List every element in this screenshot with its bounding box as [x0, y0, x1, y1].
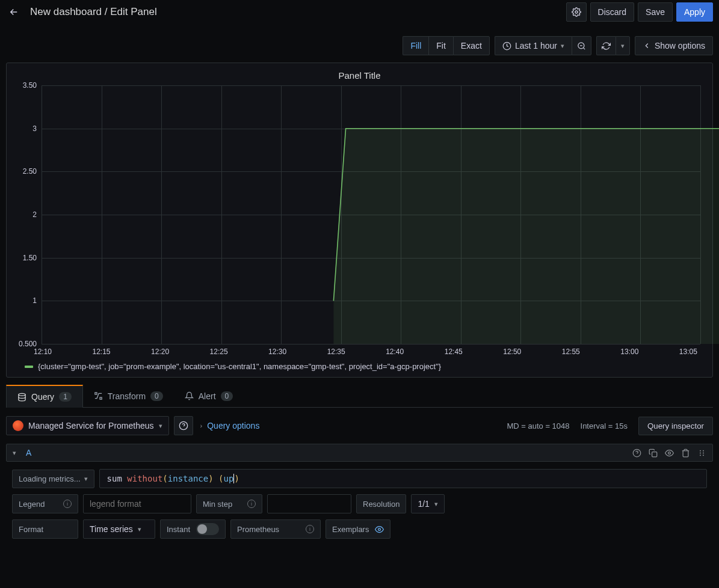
zoom-out-button[interactable]: [572, 36, 591, 55]
chevron-right-icon: ›: [200, 422, 203, 429]
format-select[interactable]: Time series ▾: [83, 519, 155, 539]
exact-mode-button[interactable]: Exact: [453, 36, 490, 55]
bottom-tabs: Query 1 Transform 0 Alert 0: [6, 385, 713, 408]
tab-transform-label: Transform: [108, 391, 146, 401]
apply-button[interactable]: Apply: [676, 2, 713, 22]
svg-rect-12: [652, 452, 657, 456]
tab-alert-label: Alert: [199, 391, 216, 401]
resolution-select[interactable]: 1/1 ▾: [411, 494, 444, 513]
bell-icon: [185, 391, 194, 400]
eye-icon[interactable]: [665, 449, 674, 458]
fit-mode-button[interactable]: Fit: [428, 36, 453, 55]
fill-mode-button[interactable]: Fill: [403, 36, 428, 55]
show-options-label: Show options: [655, 41, 705, 51]
x-tick-label: 12:10: [31, 348, 55, 356]
y-tick-label: 2.50: [7, 167, 37, 176]
refresh-button[interactable]: [596, 36, 616, 55]
svg-point-18: [703, 452, 704, 453]
datasource-help-button[interactable]: [174, 416, 193, 435]
settings-button[interactable]: [566, 2, 587, 22]
tab-query-count: 1: [59, 392, 72, 402]
promql-input[interactable]: sum without(instance) (up): [99, 469, 707, 488]
format-value: Time series: [90, 524, 133, 534]
svg-point-20: [378, 528, 381, 530]
query-inspector-button[interactable]: Query inspector: [638, 417, 713, 435]
chevron-down-icon: ▾: [159, 422, 162, 430]
y-tick-label: 0.500: [7, 340, 37, 348]
drag-icon[interactable]: [697, 449, 706, 458]
tab-query-label: Query: [31, 392, 54, 402]
interval-info: Interval = 15s: [581, 421, 628, 430]
instant-toggle[interactable]: [196, 523, 219, 535]
datasource-picker[interactable]: Managed Service for Prometheus ▾: [6, 416, 169, 435]
clock-icon: [502, 41, 511, 51]
legend-swatch: [25, 366, 33, 368]
info-icon[interactable]: i: [306, 525, 314, 533]
tab-alert-count: 0: [221, 391, 233, 401]
tab-query[interactable]: Query 1: [6, 385, 83, 408]
format-label: Format: [12, 519, 78, 539]
x-tick-label: 12:20: [148, 348, 172, 356]
svg-point-0: [575, 11, 578, 13]
x-tick-label: 12:50: [500, 348, 524, 356]
datasource-name: Managed Service for Prometheus: [28, 421, 154, 430]
help-icon[interactable]: [632, 449, 641, 458]
time-range-label: Last 1 hour: [515, 41, 557, 51]
chevron-down-icon: ▾: [434, 500, 438, 508]
x-tick-label: 12:55: [559, 348, 583, 356]
svg-line-3: [583, 47, 585, 49]
metrics-dropdown[interactable]: Loading metrics... ▾: [12, 470, 94, 488]
prometheus-label: Prometheus i: [230, 519, 321, 539]
min-step-label: Min step i: [196, 494, 262, 513]
x-tick-label: 12:35: [324, 348, 348, 356]
query-options-label: Query options: [207, 421, 259, 430]
query-options-toggle[interactable]: › Query options: [200, 421, 260, 430]
metrics-dropdown-label: Loading metrics...: [19, 474, 81, 483]
view-mode-group: Fill Fit Exact: [403, 36, 489, 55]
min-step-input[interactable]: [267, 494, 351, 513]
database-icon: [17, 393, 26, 402]
instant-label: Instant: [167, 525, 190, 534]
show-options-button[interactable]: Show options: [635, 36, 713, 55]
panel: Panel Title 3.5032.5021.5010.500 12:1012…: [6, 63, 713, 378]
x-tick-label: 12:40: [383, 348, 407, 356]
legend[interactable]: {cluster="gmp-test", job="prom-example",…: [7, 356, 712, 371]
max-data-points-info: MD = auto = 1048: [507, 421, 569, 430]
trash-icon[interactable]: [681, 449, 690, 458]
svg-point-16: [700, 455, 701, 456]
y-tick-label: 3.50: [7, 81, 37, 90]
time-range-picker[interactable]: Last 1 hour ▾: [495, 36, 572, 55]
chevron-down-icon: ▾: [138, 525, 141, 533]
zoom-out-icon: [577, 41, 586, 51]
instant-field: Instant: [160, 519, 226, 539]
svg-point-15: [700, 452, 701, 453]
tab-alert[interactable]: Alert 0: [174, 385, 244, 407]
legend-label: Legend i: [12, 494, 78, 513]
chart[interactable]: 3.5032.5021.5010.500: [7, 85, 712, 344]
svg-point-13: [668, 452, 671, 454]
refresh-interval-button[interactable]: ▾: [616, 36, 630, 55]
save-button[interactable]: Save: [638, 2, 673, 22]
chevron-down-icon: ▾: [621, 42, 625, 50]
resolution-label: Resolution: [356, 494, 406, 513]
chevron-down-icon: ▾: [561, 42, 564, 50]
x-tick-label: 12:45: [442, 348, 466, 356]
eye-icon: [375, 525, 384, 534]
panel-title: Panel Title: [7, 68, 712, 85]
y-tick-label: 1: [7, 296, 37, 305]
exemplars-toggle[interactable]: [375, 525, 384, 534]
x-tick-label: 13:00: [617, 348, 641, 356]
info-icon[interactable]: i: [63, 500, 72, 508]
legend-input[interactable]: [83, 494, 191, 513]
x-tick-label: 13:05: [676, 348, 700, 356]
copy-icon[interactable]: [649, 449, 658, 458]
legend-text: {cluster="gmp-test", job="prom-example",…: [38, 362, 441, 371]
query-row-header[interactable]: ▾ A: [6, 444, 713, 462]
back-button[interactable]: [6, 4, 22, 20]
refresh-icon: [602, 41, 611, 51]
info-icon[interactable]: i: [247, 500, 256, 508]
tab-transform[interactable]: Transform 0: [83, 385, 174, 407]
svg-rect-6: [95, 393, 97, 394]
discard-button[interactable]: Discard: [590, 2, 634, 22]
svg-point-17: [703, 450, 704, 451]
